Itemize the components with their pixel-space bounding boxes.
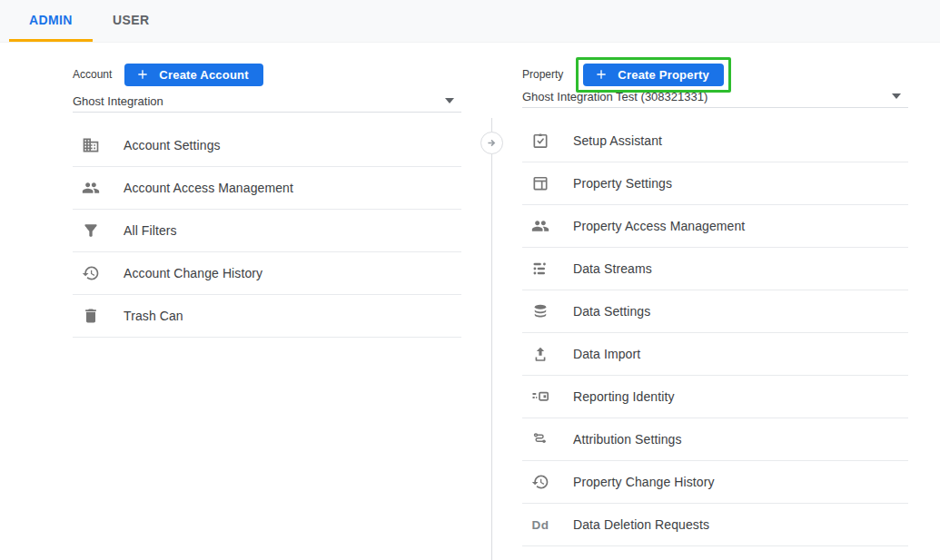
account-panel: Account Create Account Ghost Integration… <box>73 56 461 338</box>
menu-item-all-filters[interactable]: All Filters <box>73 210 461 252</box>
dd-glyph-icon: Dd <box>530 515 550 535</box>
menu-item-label: Account Change History <box>124 266 262 280</box>
menu-item-property-access-management[interactable]: Property Access Management <box>522 205 908 248</box>
annotation-highlight-box: Create Property <box>576 57 731 93</box>
menu-item-setup-assistant[interactable]: Setup Assistant <box>522 120 908 162</box>
tab-admin[interactable]: ADMIN <box>9 0 93 42</box>
building-icon <box>81 135 101 155</box>
menu-item-property-change-history[interactable]: Property Change History <box>522 461 908 504</box>
people-icon <box>81 178 101 198</box>
plus-icon <box>135 67 150 82</box>
window-layout-icon <box>530 173 550 193</box>
collapse-panel-button[interactable] <box>480 132 503 154</box>
database-icon <box>530 301 550 321</box>
menu-item-label: Data Import <box>573 347 640 361</box>
property-header: Property Create Property <box>522 56 908 93</box>
data-streams-icon <box>530 259 550 279</box>
menu-item-label: Setup Assistant <box>573 133 662 148</box>
menu-item-reporting-identity[interactable]: Reporting Identity <box>522 376 908 418</box>
menu-item-account-settings[interactable]: Account Settings <box>73 124 461 167</box>
tab-user-label: USER <box>113 13 150 27</box>
trash-icon <box>81 306 101 326</box>
dropdown-caret-icon <box>445 98 454 103</box>
menu-item-label: All Filters <box>124 223 177 238</box>
menu-item-attribution-settings[interactable]: Attribution Settings <box>522 418 908 461</box>
dropdown-caret-icon <box>892 93 901 99</box>
create-property-button-label: Create Property <box>618 68 709 82</box>
menu-item-label: Data Deletion Requests <box>573 517 709 532</box>
menu-item-label: Attribution Settings <box>573 432 682 447</box>
history-icon <box>81 263 101 283</box>
menu-item-label: Account Access Management <box>124 181 293 195</box>
menu-item-data-settings[interactable]: Data Settings <box>522 290 908 333</box>
panel-divider <box>491 118 492 560</box>
menu-item-account-change-history[interactable]: Account Change History <box>73 252 461 295</box>
menu-item-property-settings[interactable]: Property Settings <box>522 162 908 205</box>
menu-item-data-import[interactable]: Data Import <box>522 333 908 376</box>
menu-item-label: Data Streams <box>573 261 652 276</box>
menu-item-account-access-management[interactable]: Account Access Management <box>73 167 461 210</box>
menu-item-label: Property Change History <box>573 475 715 489</box>
create-property-button[interactable]: Create Property <box>583 64 724 86</box>
account-selector[interactable]: Ghost Integration <box>73 93 461 113</box>
menu-item-data-streams[interactable]: Data Streams <box>522 248 908 290</box>
property-label: Property <box>522 68 563 81</box>
menu-item-label: Reporting Identity <box>573 389 675 404</box>
menu-item-label: Trash Can <box>124 309 183 323</box>
menu-item-label: Property Settings <box>573 176 672 191</box>
menu-item-label: Property Access Management <box>573 219 745 233</box>
upload-icon <box>530 344 550 364</box>
property-panel: Property Create Property Ghost Integrati… <box>522 56 908 546</box>
account-menu: Account Settings Account Access Manageme… <box>73 124 461 338</box>
property-selector-value: Ghost Integration Test (308321331) <box>522 90 707 103</box>
history-icon <box>530 472 550 492</box>
account-header: Account Create Account <box>73 56 461 93</box>
menu-item-data-deletion-requests[interactable]: Dd Data Deletion Requests <box>522 504 908 546</box>
admin-user-tabbar: ADMIN USER <box>0 0 940 43</box>
create-account-button-label: Create Account <box>159 68 248 82</box>
filter-icon <box>81 221 101 241</box>
account-selector-value: Ghost Integration <box>73 94 163 108</box>
menu-item-label: Account Settings <box>124 138 221 152</box>
property-menu: Setup Assistant Property Settings Proper… <box>522 120 908 546</box>
create-account-button[interactable]: Create Account <box>124 64 262 86</box>
attribution-path-icon <box>530 429 550 449</box>
menu-item-trash-can[interactable]: Trash Can <box>73 295 461 338</box>
account-label: Account <box>73 68 112 81</box>
tab-user[interactable]: USER <box>93 0 170 42</box>
identity-card-icon <box>530 387 550 407</box>
checklist-clipboard-icon <box>530 131 550 151</box>
plus-icon <box>594 67 609 82</box>
arrow-right-icon <box>486 137 498 149</box>
menu-item-label: Data Settings <box>573 304 650 319</box>
tab-admin-label: ADMIN <box>29 13 73 27</box>
people-icon <box>530 216 550 236</box>
